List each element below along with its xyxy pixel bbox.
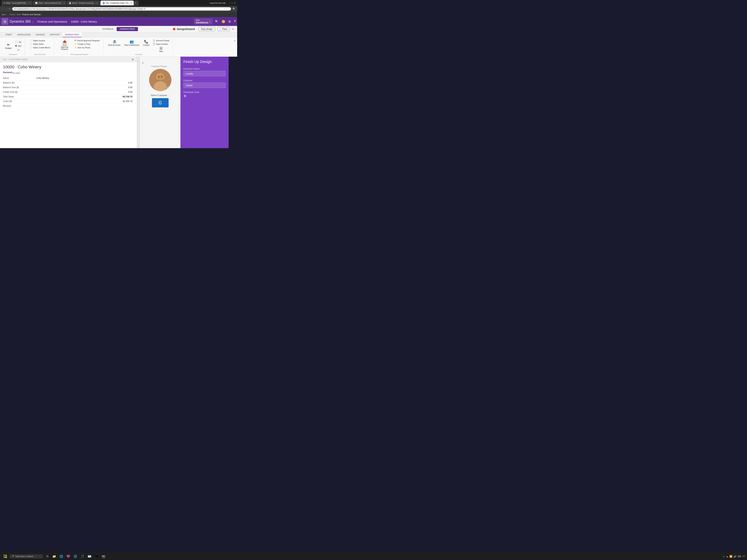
zoom-button[interactable]: 🔍 [233, 7, 236, 10]
ribbon-tab-administrer[interactable]: ADMINISTRER [62, 32, 82, 37]
tab-close-icon[interactable]: ✕ [131, 2, 132, 4]
d365-brand[interactable]: Dynamics 365 ⌄ [10, 20, 34, 24]
waffle-menu-button[interactable]: ⊞ [1, 18, 8, 25]
design-dot-icon [173, 28, 176, 30]
ribbon-col-flows: ✖ Cancel Approval Request ⚡ Create a Flo… [73, 39, 101, 49]
brand-chevron-icon: ⌄ [32, 20, 34, 23]
collapse-ribbon-button[interactable]: ∧ [234, 38, 236, 42]
see-flows-button[interactable]: ⚡ See my Flows [73, 46, 101, 49]
design-mode-banner: OVERBLIK ADMINISTRER Designtilstand Stop… [0, 26, 237, 32]
card-header-bar: VIS - CUSTOMER CARD ✕ [0, 57, 137, 62]
ribbon-btns-administrer: ✏ Rediger 📄 Ny ✖ Slet 📊 [4, 39, 22, 53]
finance-operations-link[interactable]: Finance and Operati... [22, 14, 42, 16]
url-bar[interactable]: 91e3a9badd28/nav/?sk=&company=CRONUS%20U… [12, 7, 231, 10]
side-button[interactable]: □ Side [152, 46, 170, 53]
browser-tab-new[interactable]: + [134, 1, 138, 5]
slet-button[interactable]: ✖ Slet [14, 44, 22, 48]
field-row-balance: Balance ($) 0.00 [3, 81, 134, 85]
finish-design-title: Finish Up Design [183, 60, 226, 64]
help-icon[interactable]: ? [234, 20, 236, 23]
browser-tab-customer-card[interactable]: 👤 Vis - Customer Card - Fi... ✕ [100, 1, 134, 5]
refresh-button[interactable]: ↻ [9, 7, 11, 10]
forward-button[interactable]: → [5, 7, 7, 10]
ribbon-tab-handlinger[interactable]: HANDLINGER [15, 32, 33, 37]
tab-close-icon[interactable]: ✕ [29, 2, 30, 4]
field-row-total-sales: Total Sales 69,708.70 [3, 95, 134, 99]
ribbon-tab-naviger[interactable]: NAVIGER [33, 32, 47, 37]
vis-mere-button[interactable]: Vis mere [12, 72, 20, 74]
kevin-mail-link[interactable]: Kevin - Mail [10, 14, 20, 16]
browser-address-bar: ← → ↻ 91e3a9badd28/nav/?sk=&company=CRON… [0, 6, 237, 12]
ribbon-tab-start[interactable]: START [3, 32, 15, 37]
minimize-button[interactable]: ─ [229, 2, 230, 4]
panel-scroll[interactable]: │ [137, 57, 140, 148]
right-panel-arrow[interactable]: › [142, 60, 144, 65]
chevron-down-icon: ⌄ [220, 28, 222, 30]
field-row-name: Name Coho Winery [3, 76, 134, 81]
env-chevron-icon: ⌄ [209, 20, 211, 23]
cancel-approval-button[interactable]: ✖ Cancel Approval Request [73, 39, 101, 42]
ribbon-col-new-document: 📄 Sales Invoice 📄 Sales Order 📄 Sales Cr… [28, 39, 52, 49]
flow-icon: ⚡ [74, 43, 77, 45]
contact-icon: 📞 [144, 39, 148, 44]
customer-picture-title: Customer Picture ... [151, 65, 169, 68]
field-row-balance-due: Balance Due ($) 0.00 [3, 85, 134, 90]
ribbon-content: ✏ Rediger 📄 Ny ✖ Slet 📊 [0, 37, 237, 56]
environment-selector[interactable]: Miljø Sandkasse ⌄ [194, 18, 213, 25]
ny-button[interactable]: 📄 Ny [14, 40, 22, 44]
contact-button[interactable]: 📞 Contact [141, 39, 151, 47]
finish-design-panel: Finish Up Design Extension Name Publishe… [180, 57, 229, 148]
apps-link[interactable]: Apps [1, 14, 6, 16]
sales-order-button[interactable]: 📄 Sales Order [28, 43, 52, 46]
svg-point-5 [161, 77, 162, 78]
tab-close-icon[interactable]: ✕ [64, 2, 65, 4]
settings-icon[interactable]: ⚙ [228, 20, 231, 23]
ribbon-group-new-document: 📄 Sales Invoice 📄 Sales Order 📄 Sales Cr… [26, 38, 54, 56]
bank-accounts-button[interactable]: 🏦 Bank Accounts [107, 39, 122, 47]
browser-tab-mail[interactable]: ✉ Mail - Kevin@MOD85... ✕ [1, 1, 33, 5]
ribbon-tabs: START HANDLINGER NAVIGER RAPPORT ADMINIS… [0, 32, 237, 37]
tab-close-icon[interactable]: ✕ [96, 2, 98, 4]
design-tab-administrer[interactable]: ADMINISTRER [117, 27, 138, 31]
search-icon[interactable]: 🔍 [215, 20, 218, 23]
svg-point-3 [157, 74, 163, 81]
sell-to-value-box: 0 [152, 98, 169, 107]
sales-invoice-button[interactable]: 📄 Sales Invoice [28, 39, 52, 42]
smiley-icon[interactable]: 🙂 [222, 20, 225, 23]
create-flow-button[interactable]: ⚡ Create a Flow [73, 43, 101, 46]
ribbon-tab-rapport[interactable]: RAPPORT [47, 32, 62, 37]
design-tab-overblik[interactable]: OVERBLIK [99, 27, 117, 31]
sales-credit-memo-button[interactable]: 📄 Sales Credit Memo [28, 46, 52, 49]
stop-design-button[interactable]: Stop design [199, 27, 215, 31]
credit-icon: 📄 [30, 46, 32, 49]
publisher-input[interactable] [183, 83, 226, 88]
open-entries-button[interactable]: 📋 Open Entries [152, 43, 170, 46]
back-button[interactable]: ← [1, 7, 4, 10]
browser-tab-items-finance[interactable]: 📋 Items - Finance and Op... ✕ [67, 1, 100, 5]
svg-point-4 [158, 77, 159, 78]
download-cursor-icon[interactable]: 🖱 [183, 94, 226, 98]
edit-button[interactable]: ✏ Rediger [4, 42, 13, 50]
close-window-button[interactable]: ✕ [234, 2, 236, 4]
browser-tab-items-analysis[interactable]: 📊 View - Items Analysis Re... ✕ [33, 1, 66, 5]
ribbon-group-administrer: ✏ Rediger 📄 Ny ✖ Slet 📊 [1, 38, 25, 56]
ribbon-group-request-approval: 📤 Send Approval Request ✖ Cancel Approva… [55, 38, 103, 56]
maximize-button[interactable]: □ [231, 2, 233, 4]
app-nav: Apps | Kevin - Mail Finance and Operati.… [0, 12, 237, 17]
send-approval-button[interactable]: 📤 Send Approval Request [58, 39, 72, 51]
online-indicator [167, 87, 170, 90]
sales-quote-button[interactable]: 📊 [14, 48, 22, 52]
field-row-credit-limit: Credit Limit ($) 0.00 [3, 90, 134, 95]
account-detail-button[interactable]: 📋 Account Detail [152, 39, 170, 42]
detail-icon: 📋 [153, 39, 155, 42]
pencil-icon: ✏ [7, 43, 10, 47]
field-row-blocked: Blocked [3, 104, 134, 108]
more-button[interactable]: ⌄ Flere [217, 27, 230, 31]
new-doc-icon: 📄 [15, 41, 18, 43]
flows-icon: ⚡ [74, 46, 77, 49]
general-section: General Vis mere Name Coho Winery Balanc… [0, 70, 137, 109]
edit-design-icon[interactable]: ✏ [232, 28, 234, 31]
ext-name-input[interactable] [183, 71, 226, 76]
ship-to-button[interactable]: 👥 Ship-to Addresses [123, 39, 141, 47]
card-close-button[interactable]: ✕ [132, 58, 134, 61]
